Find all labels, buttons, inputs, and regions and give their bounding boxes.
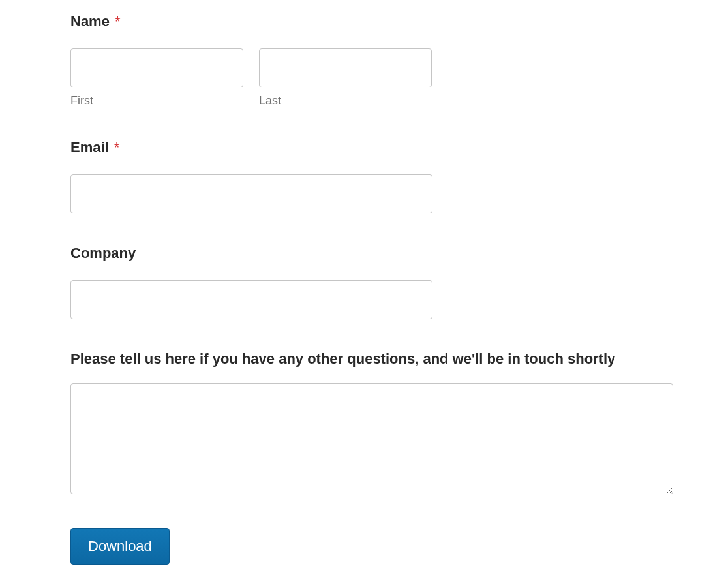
name-field-group: Name * First Last: [70, 13, 658, 108]
last-name-input[interactable]: [259, 48, 432, 87]
company-field-group: Company: [70, 245, 658, 319]
first-name-column: First: [70, 48, 243, 108]
first-name-sublabel: First: [70, 94, 243, 108]
questions-field-group: Please tell us here if you have any othe…: [70, 351, 658, 497]
company-input[interactable]: [70, 280, 432, 319]
download-button[interactable]: Download: [70, 528, 170, 565]
first-name-input[interactable]: [70, 48, 243, 87]
email-label-text: Email: [70, 139, 109, 155]
last-name-column: Last: [259, 48, 432, 108]
email-input[interactable]: [70, 174, 432, 213]
email-field-group: Email *: [70, 139, 658, 213]
name-inputs-row: First Last: [70, 48, 658, 108]
download-form: Name * First Last Email * Company Ple: [70, 13, 658, 565]
name-label-text: Name: [70, 13, 110, 29]
required-mark: *: [114, 139, 120, 155]
last-name-sublabel: Last: [259, 94, 432, 108]
submit-group: Download: [70, 528, 658, 565]
company-label: Company: [70, 245, 658, 262]
required-mark: *: [115, 13, 121, 29]
name-label: Name *: [70, 13, 658, 30]
questions-label: Please tell us here if you have any othe…: [70, 351, 658, 368]
questions-label-text: Please tell us here if you have any othe…: [70, 351, 615, 367]
company-label-text: Company: [70, 245, 136, 261]
email-label: Email *: [70, 139, 658, 156]
questions-textarea[interactable]: [70, 383, 673, 494]
